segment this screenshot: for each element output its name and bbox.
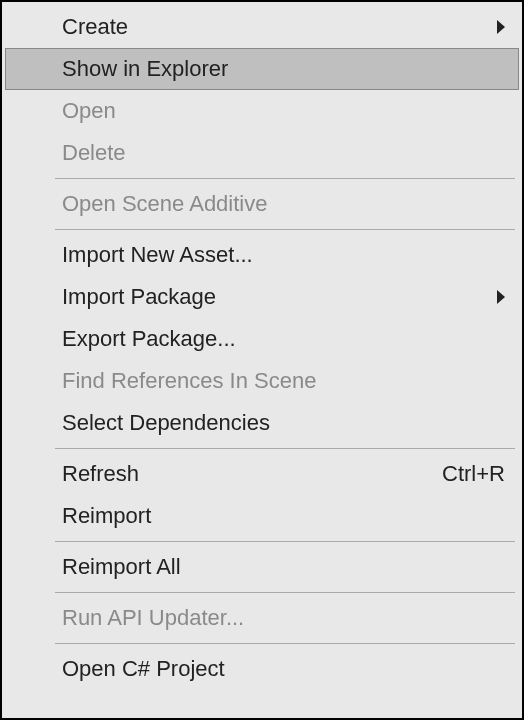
menu-item-open-csharp-project[interactable]: Open C# Project: [5, 648, 519, 690]
menu-item-label: Export Package...: [62, 326, 505, 352]
menu-separator: [55, 541, 515, 542]
menu-item-create[interactable]: Create: [5, 6, 519, 48]
menu-item-open-scene-additive[interactable]: Open Scene Additive: [5, 183, 519, 225]
menu-separator: [55, 178, 515, 179]
menu-item-label: Open C# Project: [62, 656, 505, 682]
menu-shortcut: Ctrl+R: [442, 461, 505, 487]
menu-item-find-references-in-scene[interactable]: Find References In Scene: [5, 360, 519, 402]
menu-separator: [55, 448, 515, 449]
menu-item-label: Reimport All: [62, 554, 505, 580]
menu-item-label: Run API Updater...: [62, 605, 505, 631]
submenu-arrow-icon: [497, 20, 505, 34]
menu-separator: [55, 229, 515, 230]
menu-item-show-in-explorer[interactable]: Show in Explorer: [5, 48, 519, 90]
menu-item-label: Open Scene Additive: [62, 191, 505, 217]
menu-item-run-api-updater[interactable]: Run API Updater...: [5, 597, 519, 639]
menu-item-open[interactable]: Open: [5, 90, 519, 132]
menu-item-label: Import New Asset...: [62, 242, 505, 268]
menu-item-label: Reimport: [62, 503, 505, 529]
menu-item-import-package[interactable]: Import Package: [5, 276, 519, 318]
menu-item-label: Delete: [62, 140, 505, 166]
menu-item-export-package[interactable]: Export Package...: [5, 318, 519, 360]
submenu-arrow-icon: [497, 290, 505, 304]
menu-item-label: Refresh: [62, 461, 442, 487]
menu-item-label: Select Dependencies: [62, 410, 505, 436]
menu-item-label: Show in Explorer: [62, 56, 505, 82]
menu-separator: [55, 643, 515, 644]
menu-item-import-new-asset[interactable]: Import New Asset...: [5, 234, 519, 276]
menu-item-select-dependencies[interactable]: Select Dependencies: [5, 402, 519, 444]
menu-item-label: Open: [62, 98, 505, 124]
menu-item-label: Import Package: [62, 284, 505, 310]
menu-item-delete[interactable]: Delete: [5, 132, 519, 174]
menu-item-label: Create: [62, 14, 505, 40]
menu-item-refresh[interactable]: Refresh Ctrl+R: [5, 453, 519, 495]
menu-item-reimport-all[interactable]: Reimport All: [5, 546, 519, 588]
menu-item-reimport[interactable]: Reimport: [5, 495, 519, 537]
menu-item-label: Find References In Scene: [62, 368, 505, 394]
menu-separator: [55, 592, 515, 593]
context-menu: Create Show in Explorer Open Delete Open…: [0, 0, 524, 720]
